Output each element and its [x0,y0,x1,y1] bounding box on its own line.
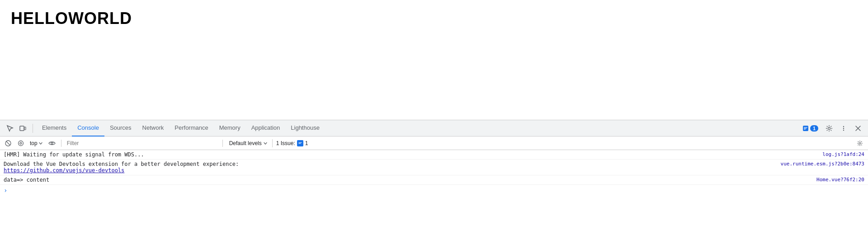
issue-count: 1 [305,140,308,146]
tab-console[interactable]: Console [72,120,104,136]
console-msg-devtools: Download the Vue Devtools extension for … [4,161,777,174]
device-toolbar-button[interactable] [16,122,29,135]
more-options-button[interactable] [837,122,850,135]
console-row-devtools: Download the Vue Devtools extension for … [0,160,868,175]
devtools-tabbar: Elements Console Sources Network Perform… [0,120,868,136]
filter-input[interactable] [65,138,219,148]
tab-performance[interactable]: Performance [169,120,213,136]
console-row-data: data=> content Home.vue?76f2:20 [0,175,868,185]
issue-label: 1 Issue: [276,140,295,146]
filter-separator-2 [222,140,223,147]
svg-point-12 [20,142,22,144]
tab-lighthouse[interactable]: Lighthouse [285,120,325,136]
console-prompt-row: › [0,185,868,196]
console-settings-button[interactable] [854,138,865,149]
close-devtools-button[interactable] [852,122,864,135]
console-source-devtools[interactable]: vue.runtime.esm.js?2b0e:8473 [781,161,864,167]
tab-separator [33,124,33,133]
filter-separator [61,140,61,147]
svg-point-5 [843,127,844,128]
vue-devtools-link[interactable]: https://github.com/vuejs/vue-devtools [4,167,124,174]
notification-count: 1 [810,125,818,132]
console-caret-icon: › [4,187,7,194]
tab-network[interactable]: Network [137,120,170,136]
console-toolbar: top Default levels 1 Issue: [0,136,868,150]
svg-rect-1 [24,127,26,130]
svg-point-4 [843,126,844,127]
console-row-hmr: [HMR] Waiting for update signal from WDS… [0,150,868,160]
issue-icon [297,140,303,146]
console-msg-hmr: [HMR] Waiting for update signal from WDS… [4,151,819,158]
console-msg-data: data=> content [4,177,813,183]
console-output: [HMR] Waiting for update signal from WDS… [0,150,868,240]
settings-button[interactable] [823,122,835,135]
eye-button[interactable] [47,138,57,149]
tab-application[interactable]: Application [246,120,286,136]
console-source-data[interactable]: Home.vue?76f2:20 [816,177,864,183]
inspect-element-button[interactable] [4,122,16,135]
svg-point-3 [828,127,830,129]
svg-point-11 [19,141,24,146]
levels-label: Default levels [229,140,262,146]
devtools-panel: Elements Console Sources Network Perform… [0,120,868,240]
page-heading: HELLOWORLD [11,9,857,28]
tab-sources[interactable]: Sources [104,120,137,136]
page-content: HELLOWORLD [0,0,868,120]
svg-line-10 [6,141,10,145]
levels-dropdown[interactable]: Default levels [226,139,270,147]
svg-point-13 [51,142,53,144]
context-label: top [30,140,38,146]
svg-point-15 [859,142,861,144]
tab-memory[interactable]: Memory [214,120,246,136]
clear-console-button[interactable] [3,138,14,149]
filter-button[interactable] [15,138,26,149]
issues-badge[interactable]: 1 Issue: 1 [272,139,312,147]
svg-point-6 [843,129,844,130]
console-source-hmr[interactable]: log.js?1afd:24 [822,151,864,157]
tab-elements[interactable]: Elements [37,120,72,136]
svg-rect-0 [20,126,24,131]
notification-button[interactable]: 1 [800,122,821,135]
devtools-right-icons: 1 [800,122,864,135]
context-dropdown[interactable]: top [28,139,45,147]
